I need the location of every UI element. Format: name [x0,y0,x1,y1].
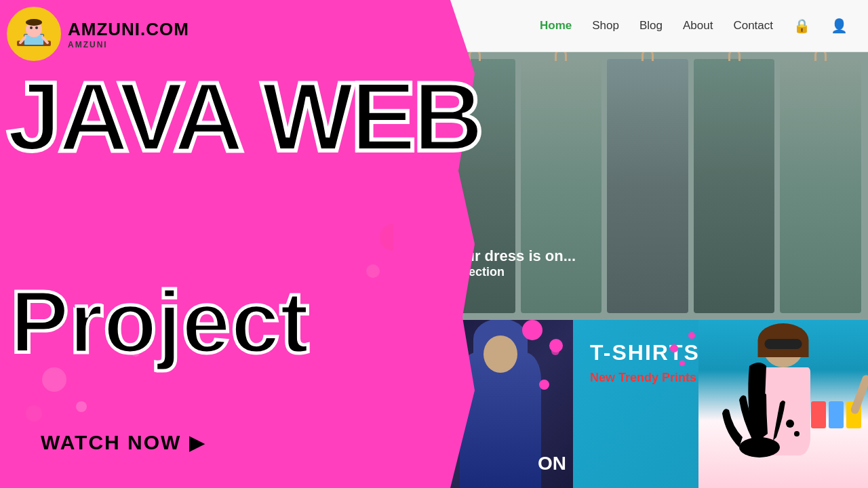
nav-home[interactable]: Home [540,19,572,33]
pink-dot-1 [670,344,678,352]
svg-point-20 [786,420,794,428]
svg-point-2 [26,405,42,422]
logo-text-group: AMZUNI.COM AMZUNI [68,19,189,49]
svg-point-14 [30,26,33,29]
user-icon[interactable]: 👤 [831,18,848,34]
pink-dot-2 [679,361,685,366]
watch-now-label: WATCH NOW [41,431,181,454]
hanger-4 [694,59,775,313]
cart-icon[interactable]: 🔒 [793,18,810,34]
pink-dot-3 [688,332,695,339]
play-icon: ▶ [189,432,205,454]
logo-title: AMZUNI.COM [68,19,189,40]
on-label: ON [538,453,566,474]
hero-subtitle: Project [3,271,309,373]
pink-splat-3 [549,339,563,352]
nav-blog[interactable]: Blog [639,19,663,33]
pink-splat-2 [539,380,549,390]
cta-button[interactable]: WATCH NOW ▶ [41,431,205,454]
svg-point-21 [794,431,800,436]
hero-title: JAVA WEB [0,68,509,166]
svg-point-7 [366,264,380,278]
nav-bar: Home Shop Blog About Contact 🔒 👤 [427,0,868,52]
hanger-3 [607,59,688,313]
tshirts-subtitle: New Trendy Prints [590,371,696,385]
logo-circle [7,7,61,61]
svg-point-1 [76,401,87,412]
nav-about[interactable]: About [683,19,713,33]
ink-splash [719,359,807,468]
hanger-5 [780,59,861,313]
logo-sub: AMZUNI [68,40,189,49]
nav-contact[interactable]: Contact [733,19,773,33]
pink-splat-1 [522,320,542,340]
svg-point-16 [26,19,42,26]
nav-shop[interactable]: Shop [592,19,619,33]
svg-point-15 [35,26,38,29]
logo-area: AMZUNI.COM AMZUNI [7,7,189,61]
